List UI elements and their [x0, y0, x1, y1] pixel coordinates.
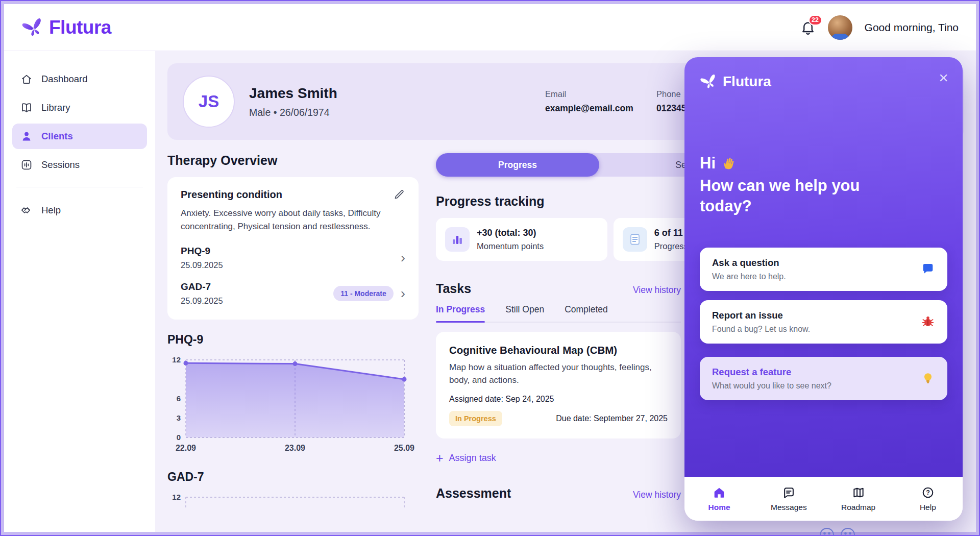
task-card-cbm: Cognitive Behavioural Map (CBM) Map how … — [436, 332, 681, 438]
svg-text:12: 12 — [172, 355, 181, 364]
therapy-overview-title: Therapy Overview — [167, 153, 419, 168]
chat-nav-label: Home — [708, 503, 730, 512]
chevron-right-icon[interactable]: › — [401, 251, 405, 265]
task-status-badge: In Progress — [449, 411, 502, 426]
header-right: 22 Good morning, Tino — [800, 15, 959, 40]
notification-badge: 22 — [808, 15, 822, 26]
request-feature-card[interactable]: Request a feature What would you like to… — [700, 357, 947, 400]
assessment-row-phq9[interactable]: PHQ-9 25.09.2025 › — [181, 240, 405, 276]
severity-badge: 11 - Moderate — [333, 286, 393, 301]
plus-icon: + — [436, 452, 444, 465]
assessment-date: 25.09.2025 — [181, 260, 223, 270]
assessment-view-history-link[interactable]: View history — [633, 490, 681, 500]
person-icon — [20, 130, 33, 142]
patient-phone-block: Phone 012345 — [656, 89, 686, 114]
tasks-view-history-link[interactable]: View history — [633, 285, 681, 296]
tab-completed[interactable]: Completed — [565, 304, 608, 322]
messages-icon — [782, 486, 795, 499]
patient-name: James Smith — [249, 85, 337, 102]
close-icon[interactable]: × — [939, 69, 948, 86]
sidebar-item-dashboard[interactable]: Dashboard — [12, 66, 147, 92]
notifications-button[interactable]: 22 — [800, 20, 816, 35]
butterfly-icon — [21, 16, 45, 39]
momentum-points-card: +30 (total: 30) Momentum points — [436, 218, 607, 261]
mood-face-icon[interactable] — [840, 527, 856, 536]
gad7-chart: 12 — [167, 489, 412, 509]
sidebar-item-label: Library — [41, 102, 70, 113]
email-value: example@email.com — [545, 103, 633, 114]
svg-text:0: 0 — [177, 433, 181, 442]
tasks-title: Tasks — [436, 281, 471, 296]
butterfly-icon — [700, 72, 718, 91]
phone-label: Phone — [656, 89, 686, 99]
chat-nav-label: Help — [920, 503, 936, 512]
sidebar-item-clients[interactable]: Clients — [12, 124, 147, 149]
notepad-icon — [623, 227, 647, 252]
bug-icon — [921, 314, 935, 329]
chat-brand-name: Flutura — [723, 74, 771, 90]
report-issue-card[interactable]: Report an issue Found a bug? Let us know… — [700, 300, 947, 344]
help-icon: ? — [921, 486, 935, 499]
svg-text:23.09: 23.09 — [285, 444, 305, 452]
momentum-label: Momentum points — [477, 241, 544, 251]
handshake-icon — [20, 204, 33, 216]
sidebar-item-label: Clients — [41, 131, 73, 142]
task-due-date: Due date: September 27, 2025 — [556, 414, 668, 423]
chat-nav-home[interactable]: Home — [684, 486, 754, 512]
phq9-chart-title: PHQ-9 — [167, 333, 419, 347]
wave-hand-icon — [721, 154, 739, 173]
momentum-value: +30 (total: 30) — [477, 228, 544, 238]
chat-nav-label: Roadmap — [841, 503, 875, 512]
chat-nav-messages[interactable]: Messages — [754, 486, 823, 512]
mood-face-icon[interactable] — [819, 527, 835, 536]
sidebar-item-label: Help — [41, 205, 61, 216]
lightbulb-icon — [921, 371, 935, 385]
sidebar: Dashboard Library Clients — [4, 51, 155, 532]
chat-nav-roadmap[interactable]: Roadmap — [824, 486, 893, 512]
chat-flutura-logo: Flutura — [700, 72, 947, 91]
svg-text:25.09: 25.09 — [394, 444, 414, 452]
tab-in-progress[interactable]: In Progress — [436, 304, 485, 322]
task-assigned-date: Assigned date: Sep 24, 2025 — [449, 395, 668, 404]
phq9-chart: 1263022.0923.0925.09 — [167, 352, 412, 457]
ask-question-card[interactable]: Ask a question We are here to help. — [700, 248, 947, 291]
task-tabs: In Progress Still Open Completed — [436, 304, 681, 323]
svg-text:3: 3 — [177, 413, 181, 422]
svg-text:12: 12 — [172, 493, 181, 501]
flutura-logo: Flutura — [21, 16, 111, 39]
toggle-progress[interactable]: Progress — [436, 153, 599, 177]
support-chat-panel: × Flutura Hi How can we help — [684, 57, 963, 521]
assessment-name: GAD-7 — [181, 281, 223, 293]
chevron-right-icon[interactable]: › — [401, 286, 405, 301]
report-issue-subtitle: Found a bug? Let us know. — [712, 325, 913, 334]
sidebar-item-library[interactable]: Library — [12, 95, 147, 120]
top-bar: Flutura 22 Good morning, Tino — [4, 4, 976, 51]
svg-text:22.09: 22.09 — [176, 444, 196, 452]
roadmap-icon — [852, 486, 865, 499]
assessment-row-gad7[interactable]: GAD-7 25.09.2025 11 - Moderate › — [181, 276, 405, 311]
email-label: Email — [545, 89, 633, 99]
chat-nav-help[interactable]: ? Help — [893, 486, 963, 512]
report-issue-title: Report an issue — [712, 310, 913, 321]
chat-nav-label: Messages — [771, 503, 807, 512]
presenting-condition-text: Anxiety. Excessive worry about daily tas… — [181, 207, 400, 233]
home-icon — [20, 73, 33, 85]
svg-text:6: 6 — [177, 394, 181, 403]
gad7-chart-title: GAD-7 — [167, 470, 419, 484]
mood-scale[interactable] — [819, 527, 856, 536]
therapy-overview-column: Therapy Overview Presenting condition An… — [167, 153, 419, 509]
request-feature-subtitle: What would you like to see next? — [712, 381, 913, 391]
presenting-condition-title: Presenting condition — [181, 189, 282, 201]
assign-task-label: Assign task — [449, 453, 496, 464]
book-icon — [20, 102, 33, 114]
speech-bubble-icon — [921, 262, 935, 276]
sidebar-item-sessions[interactable]: Sessions — [12, 152, 147, 178]
ask-question-title: Ask a question — [712, 257, 913, 269]
sidebar-item-help[interactable]: Help — [12, 198, 147, 223]
tab-still-open[interactable]: Still Open — [505, 304, 544, 322]
sidebar-item-label: Sessions — [41, 159, 80, 170]
chat-panel-header-area: × Flutura Hi How can we help — [684, 57, 963, 477]
patient-identity: James Smith Male • 26/06/1974 — [249, 85, 337, 118]
edit-pencil-icon[interactable] — [393, 188, 405, 201]
user-avatar[interactable] — [828, 15, 852, 40]
